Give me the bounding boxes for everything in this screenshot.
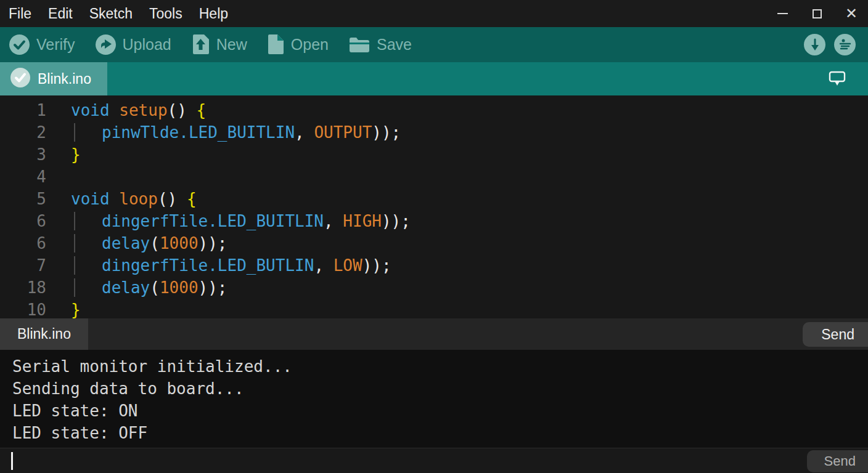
- code-text: }: [71, 299, 81, 321]
- line-number: 1: [0, 99, 46, 121]
- code-text: }: [71, 144, 81, 166]
- code-line[interactable]: 3}: [0, 144, 868, 166]
- output-line: Sending data to board...: [12, 378, 868, 400]
- open-button[interactable]: Open: [267, 34, 329, 55]
- input-send-button[interactable]: Send: [807, 450, 868, 472]
- monitor-tab-blink-ino[interactable]: Blink.ino: [0, 318, 88, 350]
- save-folder-icon: [348, 34, 371, 55]
- line-number: 6: [0, 232, 46, 254]
- code-text: void loop() {: [71, 188, 197, 210]
- menu-tools[interactable]: Tools: [149, 6, 182, 22]
- code-line[interactable]: 5void loop() {: [0, 188, 868, 210]
- code-line[interactable]: 10}: [0, 299, 868, 321]
- close-icon[interactable]: ✕: [843, 6, 859, 22]
- line-number: 3: [0, 144, 46, 166]
- line-number: 10: [0, 299, 46, 321]
- serial-input-field[interactable]: Send: [0, 448, 868, 473]
- code-text: void setup() {: [71, 99, 206, 121]
- menu-file[interactable]: File: [9, 6, 31, 22]
- serial-monitor-header: Blink.ino Send: [0, 318, 868, 350]
- window-controls: ✕: [774, 6, 859, 22]
- open-file-icon: [267, 34, 285, 55]
- output-line: LED state: ON: [12, 400, 868, 422]
- code-lines: 1void setup() {2pinwTlde.LED_BUITLIN, OU…: [0, 99, 868, 321]
- upload-label: Upload: [123, 36, 171, 54]
- menu-edit[interactable]: Edit: [48, 6, 73, 22]
- code-text: delay(1000));: [71, 232, 227, 254]
- verify-check-icon: [9, 34, 30, 55]
- upload-button[interactable]: Upload: [95, 34, 171, 55]
- monitor-send-button[interactable]: Send: [803, 322, 868, 347]
- code-line[interactable]: 6delay(1000));: [0, 232, 868, 254]
- tab-blink-ino[interactable]: Blink.ino: [0, 62, 107, 95]
- new-label: New: [216, 36, 247, 54]
- code-editor[interactable]: 1void setup() {2pinwTlde.LED_BUITLIN, OU…: [0, 95, 868, 318]
- toolbar: Verify Upload New Open Save: [0, 27, 868, 62]
- serial-plug-circle-icon[interactable]: [834, 34, 856, 55]
- code-line[interactable]: 1void setup() {: [0, 99, 868, 121]
- new-button[interactable]: New: [191, 34, 247, 55]
- save-button[interactable]: Save: [348, 34, 412, 55]
- verify-label: Verify: [36, 36, 75, 54]
- code-line[interactable]: 4: [0, 166, 868, 188]
- minimize-icon[interactable]: [774, 6, 790, 22]
- code-text: delay(1000));: [71, 277, 227, 299]
- menu-sketch[interactable]: Sketch: [89, 6, 133, 22]
- serial-monitor-output[interactable]: Serial monitor initialized...Sending dat…: [0, 350, 868, 448]
- verify-button[interactable]: Verify: [9, 34, 75, 55]
- menu-bar: File Edit Sketch Tools Help: [9, 6, 228, 22]
- code-line[interactable]: 18delay(1000));: [0, 277, 868, 299]
- menu-help[interactable]: Help: [199, 6, 228, 22]
- output-lines: Serial monitor initialized...Sending dat…: [12, 355, 868, 444]
- open-label: Open: [291, 36, 329, 54]
- code-line[interactable]: 2pinwTlde.LED_BUITLIN, OUTPUT));: [0, 121, 868, 144]
- code-line[interactable]: 7dingerfTile.LED_BUTLIN, LOW));: [0, 254, 868, 277]
- line-number: 18: [0, 277, 46, 299]
- tab-check-icon: [10, 67, 31, 91]
- code-text: dingerfTile.LED_BUTLIN, LOW));: [71, 254, 391, 277]
- maximize-icon[interactable]: [809, 6, 825, 22]
- code-text: dingerfTile.LED_BUITLIN, HIGH));: [71, 210, 411, 232]
- text-cursor: [11, 452, 13, 470]
- line-number: 7: [0, 254, 46, 277]
- output-line: Serial monitor initialized...: [12, 355, 868, 378]
- line-number: 6: [0, 210, 46, 232]
- code-text: pinwTlde.LED_BUITLIN, OUTPUT));: [71, 121, 401, 144]
- tab-label: Blink.ino: [38, 71, 91, 87]
- line-number: 2: [0, 121, 46, 144]
- download-circle-icon[interactable]: [804, 34, 825, 55]
- line-number: 4: [0, 166, 46, 188]
- code-line[interactable]: 6dingerfTile.LED_BUITLIN, HIGH));: [0, 210, 868, 232]
- toolbar-right: [804, 34, 856, 55]
- upload-arrow-icon: [95, 34, 117, 55]
- monitor-tab-label: Blink.ino: [17, 326, 71, 342]
- line-number: 5: [0, 188, 46, 210]
- output-line: LED state: OFF: [12, 422, 868, 444]
- tab-bar: Blink.ino: [0, 62, 868, 95]
- save-label: Save: [377, 36, 412, 54]
- new-file-icon: [191, 34, 210, 55]
- serial-monitor-bubble-icon[interactable]: [829, 71, 846, 89]
- titlebar: File Edit Sketch Tools Help ✕: [0, 0, 868, 27]
